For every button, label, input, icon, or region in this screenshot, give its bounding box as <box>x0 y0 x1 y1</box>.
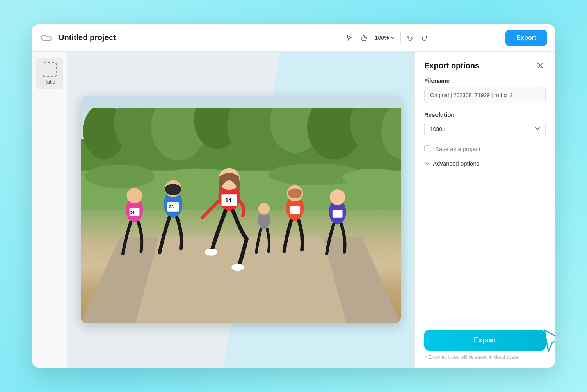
pointer-tool-button[interactable] <box>342 30 356 45</box>
svg-point-21 <box>205 249 217 256</box>
chevron-down-icon <box>424 160 430 167</box>
export-btn-container: Export <box>424 330 546 351</box>
hand-tool-button[interactable] <box>356 30 371 45</box>
save-as-project-row[interactable]: Save as a project <box>424 145 546 152</box>
undo-icon <box>406 34 414 42</box>
svg-point-35 <box>330 189 345 205</box>
resolution-label: Resolution <box>424 111 546 118</box>
canvas-area: 14 23 <box>67 52 414 368</box>
redo-button[interactable] <box>417 30 432 45</box>
toolbar-center: 100% <box>273 30 501 45</box>
toolbar-divider <box>400 32 401 43</box>
main-content: Ratio <box>32 52 555 368</box>
toolbar-left: Untitled project <box>40 31 268 45</box>
svg-text:34: 34 <box>130 210 135 214</box>
resolution-select-wrapper: 720p 1080p 4K <box>424 121 546 137</box>
toolbar-right: Export <box>505 30 547 46</box>
panel-footer: Export * Exported video will be saved in… <box>415 324 555 368</box>
svg-text:23: 23 <box>169 205 174 209</box>
save-as-project-label: Save as a project <box>435 146 480 152</box>
chevron-down-icon <box>390 36 395 40</box>
svg-rect-33 <box>290 206 300 214</box>
zoom-level: 100% <box>375 35 389 41</box>
race-image: 14 23 <box>81 96 401 323</box>
left-sidebar: Ratio <box>32 52 67 368</box>
panel-body: Filename Resolution 720p 1080p 4K <box>415 77 555 324</box>
app-window: Untitled project 100% <box>32 24 555 368</box>
resolution-group: Resolution 720p 1080p 4K <box>424 111 546 137</box>
filename-group: Filename <box>424 77 546 103</box>
export-button[interactable]: Export <box>424 330 546 351</box>
redo-icon <box>421 34 429 42</box>
close-panel-button[interactable] <box>535 60 546 71</box>
export-panel: Export options Filename Resolution <box>414 52 555 368</box>
svg-point-22 <box>231 264 244 271</box>
panel-header: Export options <box>415 52 555 77</box>
filename-input[interactable] <box>424 87 546 103</box>
header-export-button[interactable]: Export <box>505 30 547 46</box>
close-icon <box>537 62 543 69</box>
cloud-icon <box>40 31 54 45</box>
advanced-options-label: Advanced options <box>433 160 479 167</box>
svg-rect-36 <box>333 210 343 218</box>
video-preview: 14 23 <box>81 96 401 323</box>
resolution-select[interactable]: 720p 1080p 4K <box>424 121 546 137</box>
save-as-project-checkbox[interactable] <box>424 145 431 152</box>
ratio-tool[interactable]: Ratio <box>36 58 63 89</box>
toolbar: Untitled project 100% <box>32 24 555 52</box>
ratio-icon <box>43 62 57 77</box>
advanced-options-row[interactable]: Advanced options <box>424 160 546 167</box>
export-note: * Exported video will be saved in cloud … <box>424 355 546 360</box>
undo-button[interactable] <box>402 30 417 45</box>
panel-title: Export options <box>424 61 479 70</box>
hand-icon <box>360 34 368 42</box>
svg-text:14: 14 <box>225 197 231 203</box>
pointer-icon <box>345 34 353 42</box>
ratio-label: Ratio <box>43 79 55 85</box>
svg-marker-39 <box>544 330 555 351</box>
filename-label: Filename <box>424 77 546 84</box>
runners-svg: 14 23 <box>97 119 385 305</box>
svg-point-38 <box>258 203 270 215</box>
svg-point-28 <box>127 188 142 203</box>
project-title: Untitled project <box>59 33 116 42</box>
zoom-button[interactable]: 100% <box>371 32 399 43</box>
